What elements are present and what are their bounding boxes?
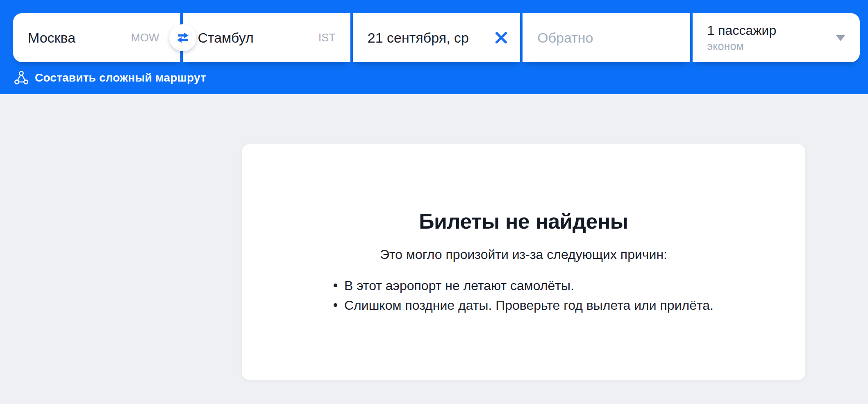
destination-field[interactable]: Стамбул IST [183, 13, 350, 62]
reason-item: Слишком поздние даты. Проверьте год выле… [334, 295, 713, 315]
empty-state-title: Билеты не найдены [258, 209, 789, 234]
swap-directions-button[interactable] [169, 24, 196, 51]
empty-state-card: Билеты не найдены Это могло произойти из… [242, 144, 805, 380]
clear-date-button[interactable] [493, 30, 509, 46]
passengers-field[interactable]: 1 пассажир эконом [693, 13, 860, 62]
reason-list: В этот аэропорт не летают самолёты. Слиш… [334, 276, 713, 315]
depart-date-value: 21 сентября, ср [368, 30, 469, 46]
search-fields-row: Москва MOW Стамбул IST 21 сентября, ср О… [13, 13, 860, 62]
origin-city: Москва [28, 30, 75, 46]
swap-icon [175, 30, 191, 45]
reason-item: В этот аэропорт не летают самолёты. [334, 276, 713, 295]
origin-field[interactable]: Москва MOW [13, 13, 180, 62]
origin-iata-code: MOW [131, 32, 159, 44]
empty-state-subtitle: Это могло произойти из-за следующих прич… [258, 246, 789, 263]
complex-route-link[interactable]: Составить сложный маршрут [14, 69, 206, 87]
cabin-class: эконом [707, 40, 777, 52]
chevron-down-icon [836, 35, 845, 41]
clear-icon [493, 30, 509, 45]
search-header: Москва MOW Стамбул IST 21 сентября, ср О… [0, 0, 868, 94]
passengers-summary: 1 пассажир эконом [707, 23, 777, 52]
passengers-count: 1 пассажир [707, 23, 777, 38]
complex-route-label: Составить сложный маршрут [35, 71, 206, 84]
depart-date-field[interactable]: 21 сентября, ср [353, 13, 520, 62]
complex-route-icon [14, 70, 29, 86]
destination-city: Стамбул [198, 30, 253, 46]
flight-search-page: { "search": { "origin": { "city": "Москв… [0, 0, 868, 404]
return-date-field[interactable]: Обратно [523, 13, 690, 62]
destination-iata-code: IST [318, 32, 336, 44]
return-date-placeholder: Обратно [537, 30, 593, 46]
